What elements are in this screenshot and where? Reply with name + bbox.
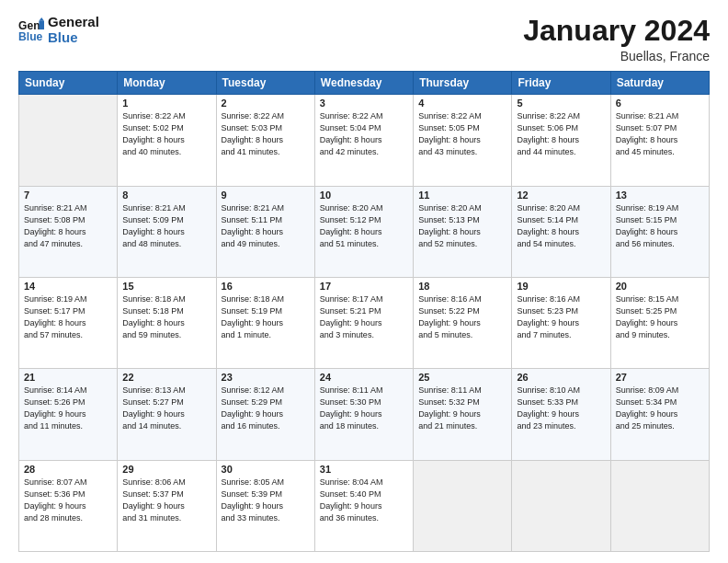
day-info: Sunrise: 8:16 AMSunset: 5:22 PMDaylight:… bbox=[418, 293, 506, 341]
calendar-cell: 6Sunrise: 8:21 AMSunset: 5:07 PMDaylight… bbox=[610, 95, 709, 186]
day-number: 17 bbox=[320, 281, 408, 292]
day-number: 7 bbox=[24, 190, 112, 201]
calendar-cell: 7Sunrise: 8:21 AMSunset: 5:08 PMDaylight… bbox=[19, 186, 118, 277]
title-block: January 2024 Buellas, France bbox=[523, 15, 710, 63]
svg-text:Blue: Blue bbox=[18, 30, 43, 43]
day-header-friday: Friday bbox=[512, 72, 610, 95]
day-number: 29 bbox=[122, 464, 210, 475]
day-info: Sunrise: 8:09 AMSunset: 5:34 PMDaylight:… bbox=[616, 385, 704, 432]
calendar-cell: 1Sunrise: 8:22 AMSunset: 5:02 PMDaylight… bbox=[118, 95, 216, 186]
day-number: 15 bbox=[122, 281, 210, 292]
day-info: Sunrise: 8:11 AMSunset: 5:30 PMDaylight:… bbox=[320, 385, 408, 432]
day-info: Sunrise: 8:21 AMSunset: 5:09 PMDaylight:… bbox=[122, 202, 210, 250]
day-number: 21 bbox=[24, 372, 112, 383]
day-number: 11 bbox=[418, 190, 506, 201]
header: General Blue General Blue January 2024 B… bbox=[18, 15, 710, 63]
calendar-cell: 29Sunrise: 8:06 AMSunset: 5:37 PMDayligh… bbox=[118, 460, 216, 551]
calendar-cell: 5Sunrise: 8:22 AMSunset: 5:06 PMDaylight… bbox=[512, 95, 610, 186]
day-info: Sunrise: 8:05 AMSunset: 5:39 PMDaylight:… bbox=[222, 477, 310, 524]
calendar-cell: 10Sunrise: 8:20 AMSunset: 5:12 PMDayligh… bbox=[314, 186, 413, 277]
calendar-header-row: SundayMondayTuesdayWednesdayThursdayFrid… bbox=[19, 72, 710, 95]
calendar-cell: 3Sunrise: 8:22 AMSunset: 5:04 PMDaylight… bbox=[314, 95, 413, 186]
day-number: 4 bbox=[418, 98, 506, 109]
logo-blue: Blue bbox=[48, 30, 99, 46]
day-number: 9 bbox=[222, 190, 310, 201]
day-number: 25 bbox=[418, 372, 506, 383]
day-info: Sunrise: 8:12 AMSunset: 5:29 PMDaylight:… bbox=[222, 385, 310, 432]
calendar-cell: 25Sunrise: 8:11 AMSunset: 5:32 PMDayligh… bbox=[414, 369, 512, 460]
calendar-cell: 4Sunrise: 8:22 AMSunset: 5:05 PMDaylight… bbox=[414, 95, 512, 186]
calendar-cell: 16Sunrise: 8:18 AMSunset: 5:19 PMDayligh… bbox=[216, 277, 314, 368]
day-info: Sunrise: 8:15 AMSunset: 5:25 PMDaylight:… bbox=[616, 293, 704, 341]
day-info: Sunrise: 8:19 AMSunset: 5:17 PMDaylight:… bbox=[24, 293, 112, 341]
day-header-thursday: Thursday bbox=[414, 72, 512, 95]
day-header-sunday: Sunday bbox=[19, 72, 118, 95]
day-info: Sunrise: 8:22 AMSunset: 5:03 PMDaylight:… bbox=[222, 110, 310, 158]
calendar-cell: 8Sunrise: 8:21 AMSunset: 5:09 PMDaylight… bbox=[118, 186, 216, 277]
week-row-5: 28Sunrise: 8:07 AMSunset: 5:36 PMDayligh… bbox=[19, 460, 710, 551]
month-title: January 2024 bbox=[523, 15, 710, 47]
page: General Blue General Blue January 2024 B… bbox=[0, 0, 728, 563]
day-number: 22 bbox=[122, 372, 210, 383]
day-number: 1 bbox=[122, 98, 210, 109]
calendar-cell: 15Sunrise: 8:18 AMSunset: 5:18 PMDayligh… bbox=[118, 277, 216, 368]
day-info: Sunrise: 8:10 AMSunset: 5:33 PMDaylight:… bbox=[517, 385, 605, 432]
day-number: 5 bbox=[517, 98, 605, 109]
day-number: 13 bbox=[616, 190, 704, 201]
day-header-saturday: Saturday bbox=[610, 72, 709, 95]
day-info: Sunrise: 8:20 AMSunset: 5:14 PMDaylight:… bbox=[517, 202, 605, 250]
calendar-cell: 27Sunrise: 8:09 AMSunset: 5:34 PMDayligh… bbox=[610, 369, 709, 460]
day-info: Sunrise: 8:14 AMSunset: 5:26 PMDaylight:… bbox=[24, 385, 112, 432]
day-info: Sunrise: 8:18 AMSunset: 5:19 PMDaylight:… bbox=[222, 293, 310, 341]
day-info: Sunrise: 8:20 AMSunset: 5:12 PMDaylight:… bbox=[320, 202, 408, 250]
day-info: Sunrise: 8:20 AMSunset: 5:13 PMDaylight:… bbox=[418, 202, 506, 250]
calendar-cell bbox=[512, 460, 610, 551]
calendar-cell bbox=[610, 460, 709, 551]
calendar-table: SundayMondayTuesdayWednesdayThursdayFrid… bbox=[18, 71, 710, 552]
day-number: 3 bbox=[320, 98, 408, 109]
calendar-cell: 9Sunrise: 8:21 AMSunset: 5:11 PMDaylight… bbox=[216, 186, 314, 277]
calendar-cell: 11Sunrise: 8:20 AMSunset: 5:13 PMDayligh… bbox=[414, 186, 512, 277]
logo: General Blue General Blue bbox=[18, 15, 99, 45]
svg-marker-2 bbox=[39, 20, 44, 29]
calendar-cell: 19Sunrise: 8:16 AMSunset: 5:23 PMDayligh… bbox=[512, 277, 610, 368]
day-number: 6 bbox=[616, 98, 704, 109]
day-info: Sunrise: 8:21 AMSunset: 5:07 PMDaylight:… bbox=[616, 110, 704, 158]
calendar-cell: 28Sunrise: 8:07 AMSunset: 5:36 PMDayligh… bbox=[19, 460, 118, 551]
calendar-cell: 26Sunrise: 8:10 AMSunset: 5:33 PMDayligh… bbox=[512, 369, 610, 460]
day-info: Sunrise: 8:13 AMSunset: 5:27 PMDaylight:… bbox=[122, 385, 210, 432]
day-number: 16 bbox=[222, 281, 310, 292]
calendar-cell bbox=[414, 460, 512, 551]
day-info: Sunrise: 8:04 AMSunset: 5:40 PMDaylight:… bbox=[320, 477, 408, 524]
day-info: Sunrise: 8:06 AMSunset: 5:37 PMDaylight:… bbox=[122, 477, 210, 524]
day-number: 8 bbox=[122, 190, 210, 201]
calendar-cell: 18Sunrise: 8:16 AMSunset: 5:22 PMDayligh… bbox=[414, 277, 512, 368]
calendar-cell: 13Sunrise: 8:19 AMSunset: 5:15 PMDayligh… bbox=[610, 186, 709, 277]
day-info: Sunrise: 8:19 AMSunset: 5:15 PMDaylight:… bbox=[616, 202, 704, 250]
calendar-cell: 20Sunrise: 8:15 AMSunset: 5:25 PMDayligh… bbox=[610, 277, 709, 368]
day-number: 14 bbox=[24, 281, 112, 292]
day-header-wednesday: Wednesday bbox=[314, 72, 413, 95]
day-number: 27 bbox=[616, 372, 704, 383]
week-row-2: 7Sunrise: 8:21 AMSunset: 5:08 PMDaylight… bbox=[19, 186, 710, 277]
calendar-cell: 30Sunrise: 8:05 AMSunset: 5:39 PMDayligh… bbox=[216, 460, 314, 551]
day-number: 24 bbox=[320, 372, 408, 383]
calendar-cell: 21Sunrise: 8:14 AMSunset: 5:26 PMDayligh… bbox=[19, 369, 118, 460]
day-info: Sunrise: 8:22 AMSunset: 5:02 PMDaylight:… bbox=[122, 110, 210, 158]
day-info: Sunrise: 8:22 AMSunset: 5:04 PMDaylight:… bbox=[320, 110, 408, 158]
day-info: Sunrise: 8:16 AMSunset: 5:23 PMDaylight:… bbox=[517, 293, 605, 341]
calendar-cell: 12Sunrise: 8:20 AMSunset: 5:14 PMDayligh… bbox=[512, 186, 610, 277]
logo-general: General bbox=[48, 15, 99, 30]
day-info: Sunrise: 8:11 AMSunset: 5:32 PMDaylight:… bbox=[418, 385, 506, 432]
day-header-tuesday: Tuesday bbox=[216, 72, 314, 95]
day-number: 26 bbox=[517, 372, 605, 383]
day-number: 12 bbox=[517, 190, 605, 201]
location: Buellas, France bbox=[523, 49, 710, 63]
day-info: Sunrise: 8:21 AMSunset: 5:08 PMDaylight:… bbox=[24, 202, 112, 250]
calendar-cell: 22Sunrise: 8:13 AMSunset: 5:27 PMDayligh… bbox=[118, 369, 216, 460]
day-number: 20 bbox=[616, 281, 704, 292]
day-info: Sunrise: 8:17 AMSunset: 5:21 PMDaylight:… bbox=[320, 293, 408, 341]
week-row-1: 1Sunrise: 8:22 AMSunset: 5:02 PMDaylight… bbox=[19, 95, 710, 186]
calendar-cell: 23Sunrise: 8:12 AMSunset: 5:29 PMDayligh… bbox=[216, 369, 314, 460]
week-row-3: 14Sunrise: 8:19 AMSunset: 5:17 PMDayligh… bbox=[19, 277, 710, 368]
